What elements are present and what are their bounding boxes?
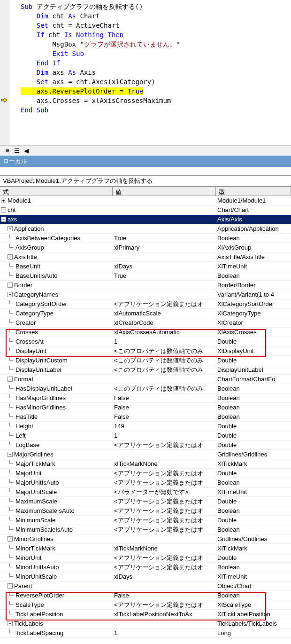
expand-icon[interactable]: + [8, 621, 13, 626]
locals-row[interactable]: +MajorGridlinesGridlines/Gridlines [0, 450, 291, 459]
locals-row[interactable]: +AxisTitleAxisTitle/AxisTitle [0, 252, 291, 262]
locals-row[interactable]: BaseUnitxlDaysXlTimeUnit [0, 262, 291, 271]
locals-row[interactable]: MajorUnitScale<パラメーターが無効です>XlTimeUnit [0, 487, 291, 497]
expand-icon[interactable]: + [8, 292, 13, 297]
code-line[interactable]: End Sub [15, 105, 291, 115]
locals-expr: DisplayUnitCustom [15, 357, 68, 364]
code-line[interactable]: Exit Sub [15, 49, 291, 58]
locals-type: TickLabels/TickLabels [216, 620, 291, 627]
tree-connector-icon [8, 546, 14, 551]
expand-icon[interactable]: + [8, 583, 13, 589]
locals-row[interactable]: DisplayUnitCustom<このプロパティは数値軸でのみDouble [0, 356, 291, 365]
locals-value: xlPrimary [113, 244, 216, 251]
locals-row[interactable]: +ApplicationApplication/Application [0, 224, 291, 234]
locals-row[interactable]: MajorUnit<アプリケーション定義またはオDouble [0, 469, 291, 478]
locals-row[interactable]: Height149Double [0, 422, 291, 431]
locals-grid[interactable]: +Module1Module1/Module1−chtChart/Chart−a… [0, 196, 291, 638]
locals-row[interactable]: Left1Double [0, 431, 291, 440]
code-line[interactable]: Set axs = cht.Axes(xlCategory) [15, 77, 291, 86]
locals-row[interactable]: −axsAxis/Axis [0, 215, 291, 224]
locals-row[interactable]: +CategoryNamesVariant/Variant(1 to 4 [0, 290, 291, 299]
code-line[interactable]: Set cht = ActiveChart [15, 21, 291, 30]
locals-row[interactable]: AxisBetweenCategoriesTrueBoolean [0, 234, 291, 243]
expand-icon[interactable]: + [8, 254, 13, 259]
procedure-view-icon[interactable]: ≡ [3, 146, 12, 155]
locals-row[interactable]: ReversePlotOrderFalseBoolean [0, 591, 291, 600]
locals-expr: AxisGroup [15, 244, 44, 251]
locals-row[interactable]: +ParentObject/Chart [0, 581, 291, 591]
code-editor[interactable]: Sub アクティブグラフの軸を反転する() Dim cht As Chart S… [0, 0, 291, 146]
locals-expr: Parent [14, 582, 32, 589]
expand-icon[interactable]: + [8, 536, 13, 542]
locals-row[interactable]: MinimumScale<アプリケーション定義またはオDouble [0, 516, 291, 525]
locals-row[interactable]: DisplayUnitLabel<このプロパティは数値軸でのみDisplayUn… [0, 365, 291, 375]
expand-icon[interactable]: + [1, 198, 6, 203]
locals-row[interactable]: MinorUnitIsAuto<アプリケーション定義またはオBoolean [0, 563, 291, 572]
locals-row[interactable]: LogBase<アプリケーション定義またはオDouble [0, 440, 291, 450]
locals-expr: LogBase [15, 441, 39, 448]
collapse-icon[interactable]: − [1, 217, 6, 222]
expand-icon[interactable]: + [8, 452, 13, 457]
locals-value: 1 [113, 338, 216, 345]
locals-row[interactable]: MinorUnit<アプリケーション定義またはオDouble [0, 553, 291, 563]
col-header-expression[interactable]: 式 [0, 187, 113, 196]
collapse-icon[interactable]: − [1, 207, 6, 212]
code-line[interactable]: Dim cht As Chart [15, 11, 291, 21]
locals-row[interactable]: +TickLabelsTickLabels/TickLabels [0, 619, 291, 628]
locals-type: XlScaleType [216, 601, 291, 608]
locals-row[interactable]: +FormatChartFormat/ChartFo [0, 375, 291, 384]
locals-row[interactable]: MinorUnitScalexlDaysXlTimeUnit [0, 572, 291, 581]
locals-row[interactable]: +Module1Module1/Module1 [0, 196, 291, 205]
locals-row[interactable]: TickLabelSpacing1Long [0, 628, 291, 638]
locals-row[interactable]: HasTitleFalseBoolean [0, 412, 291, 422]
locals-row[interactable]: HasMinorGridlinesFalseBoolean [0, 403, 291, 412]
locals-row[interactable]: TickLabelPositionxlTickLabelPositionNext… [0, 610, 291, 619]
code-line[interactable]: Dim axs As Axis [15, 68, 291, 77]
locals-row[interactable]: CategorySortOrder<アプリケーション定義またはオXlCatego… [0, 299, 291, 309]
locals-expr: BaseUnitIsAuto [15, 272, 58, 279]
locals-row[interactable]: CrossesAt1Double [0, 337, 291, 346]
code-line[interactable]: MsgBox "グラフが選択されていません。" [15, 39, 291, 49]
locals-type: XlTimeUnit [216, 573, 291, 580]
locals-row[interactable]: MinorTickMarkxlTickMarkNoneXlTickMark [0, 544, 291, 553]
locals-row[interactable]: AxisGroupxlPrimaryXlAxisGroup [0, 243, 291, 252]
locals-row[interactable]: CrossesxlAxisCrossesAutomaticXlAxisCross… [0, 328, 291, 337]
col-header-type[interactable]: 型 [216, 187, 291, 196]
locals-expr: MaximumScale [15, 498, 57, 505]
locals-row[interactable]: +MinorGridlinesGridlines/Gridlines [0, 534, 291, 544]
full-module-view-icon[interactable]: ☰ [12, 146, 22, 155]
tree-connector-icon [8, 471, 14, 476]
code-line[interactable]: Sub アクティブグラフの軸を反転する() [15, 2, 291, 11]
col-header-value[interactable]: 値 [113, 187, 216, 196]
locals-row[interactable]: MajorTickMarkxlTickMarkNoneXlTickMark [0, 459, 291, 469]
expand-icon[interactable]: + [8, 283, 13, 288]
locals-expr: DisplayUnitLabel [15, 366, 61, 373]
expand-icon[interactable]: + [8, 226, 13, 231]
locals-row[interactable]: BaseUnitIsAutoTrueBoolean [0, 271, 291, 281]
locals-expr: TickLabelSpacing [15, 629, 63, 636]
locals-row[interactable]: HasMajorGridlinesFalseBoolean [0, 393, 291, 403]
locals-row[interactable]: MaximumScale<アプリケーション定義またはオDouble [0, 497, 291, 506]
code-line[interactable]: axs.Crosses = xlAxisCrossesMaximum [15, 96, 291, 105]
locals-row[interactable]: MajorUnitIsAuto<アプリケーション定義またはオBoolean [0, 478, 291, 487]
spacer [0, 167, 291, 175]
tree-connector-icon [8, 508, 14, 513]
locals-row[interactable]: ScaleType<アプリケーション定義またはオXlScaleType [0, 600, 291, 610]
locals-value: False [113, 394, 216, 401]
locals-row[interactable]: HasDisplayUnitLabel<このプロパティは数値軸でのみBoolea… [0, 384, 291, 393]
code-line[interactable]: End If [15, 58, 291, 68]
locals-type: Boolean [216, 507, 291, 514]
locals-row[interactable]: +BorderBorder/Border [0, 281, 291, 290]
locals-row[interactable]: −chtChart/Chart [0, 205, 291, 215]
locals-row[interactable]: MaximumScaleIsAuto<アプリケーション定義またはオBoolean [0, 506, 291, 516]
code-line[interactable]: axs.ReversePlotOrder = True [15, 86, 291, 96]
tree-connector-icon [8, 358, 14, 363]
scroll-left-icon[interactable]: ◀ [22, 146, 31, 155]
locals-row[interactable]: CreatorxlCreatorCodeXlCreator [0, 318, 291, 328]
locals-row[interactable]: CategoryTypexlAutomaticScaleXlCategoryTy… [0, 309, 291, 318]
locals-row[interactable]: MinimumScaleIsAuto<アプリケーション定義またはオBoolean [0, 525, 291, 534]
code-line[interactable]: If cht Is Nothing Then [15, 30, 291, 39]
tree-connector-icon [8, 245, 14, 250]
expand-icon[interactable]: + [8, 377, 13, 382]
locals-row[interactable]: DisplayUnit<このプロパティは数値軸でのみXlDisplayUnit [0, 346, 291, 356]
